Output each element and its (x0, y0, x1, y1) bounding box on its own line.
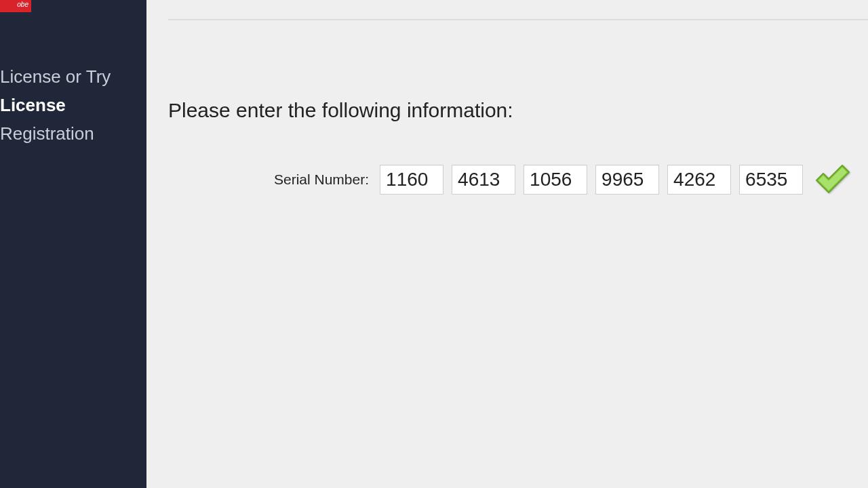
serial-field-2[interactable] (452, 165, 515, 195)
serial-field-1[interactable] (380, 165, 443, 195)
prompt-text: Please enter the following information: (168, 99, 513, 122)
serial-field-5[interactable] (667, 165, 731, 195)
divider (168, 19, 868, 20)
sidebar-item-registration[interactable]: Registration (0, 119, 146, 148)
nav-list: License or Try License Registration (0, 62, 146, 148)
serial-field-4[interactable] (595, 165, 659, 195)
sidebar-item-license[interactable]: License (0, 91, 146, 119)
sidebar: obe License or Try License Registration (0, 0, 146, 488)
sidebar-item-license-or-try[interactable]: License or Try (0, 62, 146, 91)
checkmark-icon (814, 163, 852, 197)
main-panel: Please enter the following information: … (146, 0, 868, 488)
serial-field-6[interactable] (739, 165, 803, 195)
serial-number-label: Serial Number: (274, 171, 369, 188)
adobe-logo: obe (0, 0, 31, 12)
serial-number-row: Serial Number: (274, 163, 861, 197)
serial-field-3[interactable] (524, 165, 587, 195)
